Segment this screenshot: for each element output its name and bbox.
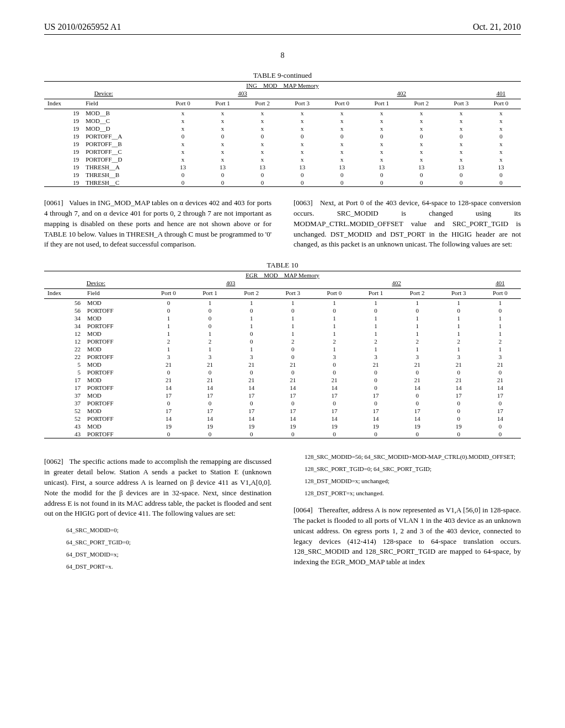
cell-value: 17 — [148, 407, 189, 415]
port-header: Port 2 — [231, 289, 272, 299]
cell-value: 1 — [397, 322, 438, 330]
cell-value: x — [481, 109, 521, 117]
cell-index: 5 — [44, 368, 84, 376]
cell-value: x — [481, 156, 521, 163]
cell-value: 14 — [231, 415, 272, 422]
cell-value: 19 — [355, 422, 396, 430]
cell-value: 17 — [479, 392, 521, 399]
cell-field: PORTOFF — [84, 307, 148, 314]
cell-value: 21 — [189, 376, 231, 384]
cell-value: x — [362, 148, 402, 156]
cell-field: MOD — [84, 299, 148, 307]
cell-value: x — [402, 117, 441, 125]
cell-value: x — [203, 156, 243, 163]
cell-value: 21 — [479, 361, 521, 368]
cell-value: 0 — [189, 399, 231, 407]
cell-index: 12 — [44, 338, 84, 345]
cell-value: 17 — [313, 392, 355, 399]
cell-value: 17 — [231, 407, 272, 415]
para-text: Next, at Port 0 of the 403 device, 64-sp… — [294, 199, 521, 248]
cell-value: 0 — [355, 376, 396, 384]
cell-value: 0 — [203, 132, 243, 140]
cell-value: x — [243, 148, 282, 156]
port-header: Port 0 — [322, 99, 362, 109]
cell-value: 14 — [479, 415, 521, 422]
cell-value: 0 — [362, 171, 402, 179]
cell-field: PORTOFF — [84, 338, 148, 345]
cell-value: x — [322, 140, 362, 148]
cell-value: 0 — [203, 171, 243, 179]
cell-value: 17 — [189, 392, 231, 399]
cell-index: 43 — [44, 430, 84, 438]
index-label: Index — [44, 99, 82, 109]
cell-value: 0 — [163, 179, 203, 187]
cell-value: 1 — [313, 345, 355, 353]
para-num: [0064] — [294, 506, 313, 514]
code-line: 64_DST_PORT=x. — [66, 563, 271, 571]
cell-value: x — [163, 117, 203, 125]
table-row: 56MOD011111111 — [44, 299, 521, 307]
cell-value: 1 — [313, 314, 355, 322]
table-row: 19THRESH__A131313131313131313 — [44, 163, 521, 171]
cell-value: 1 — [189, 345, 231, 353]
cell-value: 21 — [272, 361, 313, 368]
cell-value: 3 — [438, 353, 479, 361]
cell-value: x — [441, 117, 481, 125]
device-label: Device: — [44, 279, 148, 289]
cell-value: 0 — [441, 179, 481, 187]
table-row: 19MOD__Dxxxxxxxxx — [44, 125, 521, 132]
cell-value: 21 — [231, 361, 272, 368]
para-num: [0063] — [294, 199, 313, 207]
cell-value: x — [322, 109, 362, 117]
cell-value: 0 — [355, 368, 396, 376]
table-row: 37MOD17171717171701717 — [44, 392, 521, 399]
cell-value: 0 — [189, 368, 231, 376]
cell-value: 1 — [189, 299, 231, 307]
cell-index: 43 — [44, 422, 84, 430]
code-line: 64_SRC_PORT_TGID=0; — [66, 538, 271, 547]
cell-value: 3 — [148, 353, 189, 361]
cell-value: x — [402, 140, 441, 148]
para-text: Thereafter, address A is now represented… — [294, 506, 521, 566]
table9-subtitle: ING__MOD__MAP Memory — [44, 82, 521, 90]
cell-value: 0 — [322, 171, 362, 179]
para-text: The specific actions made to accomplish … — [44, 457, 271, 517]
port-header: Port 3 — [441, 99, 481, 109]
cell-field: MOD — [84, 392, 148, 399]
cell-value: 14 — [272, 384, 313, 392]
cell-value: 2 — [189, 338, 231, 345]
cell-value: 13 — [481, 163, 521, 171]
table-row: 5PORTOFF000000000 — [44, 368, 521, 376]
cell-value: 1 — [355, 345, 396, 353]
cell-value: 1 — [189, 330, 231, 338]
cell-field: MOD — [84, 376, 148, 384]
port-header: Port 3 — [438, 289, 479, 299]
cell-value: 21 — [355, 361, 396, 368]
cell-field: PORTOFF — [84, 353, 148, 361]
table-row: 43MOD19191919191919190 — [44, 422, 521, 430]
code-line: 64_DST_MODID=x; — [66, 550, 271, 559]
cell-value: x — [322, 156, 362, 163]
cell-value: 21 — [397, 376, 438, 384]
cell-index: 22 — [44, 353, 84, 361]
cell-value: x — [282, 117, 322, 125]
cell-value: 0 — [438, 415, 479, 422]
cell-value: 1 — [148, 345, 189, 353]
cell-value: 17 — [231, 392, 272, 399]
port-header: Port 0 — [313, 289, 355, 299]
cell-value: 0 — [481, 132, 521, 140]
device-label: Device: — [44, 89, 163, 99]
cell-index: 19 — [44, 132, 82, 140]
cell-index: 19 — [44, 163, 82, 171]
cell-value: 0 — [402, 179, 441, 187]
cell-value: 19 — [148, 422, 189, 430]
cell-value: 14 — [397, 384, 438, 392]
cell-value: 0 — [355, 430, 396, 438]
cell-index: 22 — [44, 345, 84, 353]
cell-value: 0 — [313, 368, 355, 376]
port-header: Port 1 — [355, 289, 396, 299]
cell-index: 12 — [44, 330, 84, 338]
cell-field: PORTOFF — [84, 384, 148, 392]
cell-value: 14 — [189, 415, 231, 422]
cell-value: x — [243, 125, 282, 132]
